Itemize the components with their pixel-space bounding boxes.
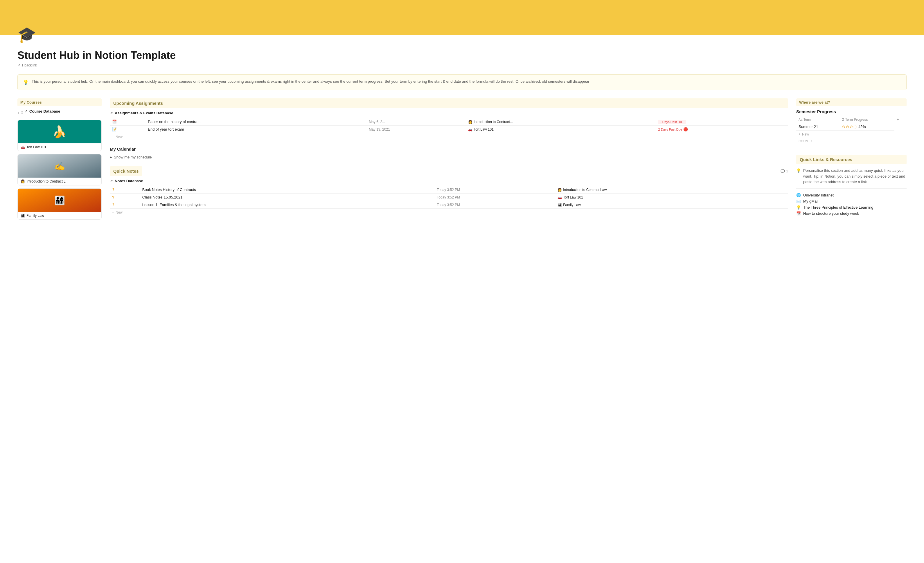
- quick-links-title: Quick Links & Resources: [796, 155, 907, 164]
- add-icon[interactable]: +: [17, 111, 20, 115]
- course-db-link[interactable]: ↗ Course Database: [24, 109, 60, 114]
- calendar-toggle[interactable]: ▶ Show me my schedule: [110, 154, 788, 160]
- divider-2: [796, 188, 907, 189]
- calendar-section: My Calendar ▶ Show me my schedule: [110, 147, 788, 160]
- table-row[interactable]: 📝 End of year tort exam May 13, 2021 🚗 T…: [110, 126, 788, 133]
- globe-icon: 🌐: [796, 193, 801, 197]
- term-value: Summer 21: [796, 123, 840, 130]
- calendar-title: My Calendar: [110, 147, 788, 151]
- contract-card-image: ✍️: [18, 154, 101, 178]
- assignment-status-1: 9 Days Past Du...: [658, 120, 686, 124]
- ql-item-4[interactable]: 📅 How to structure your study week: [796, 210, 907, 217]
- note-course-2: 🚗 Tort Law 101: [558, 195, 786, 199]
- comment-badge: 💬 1: [780, 169, 788, 173]
- page-icon: 🎓: [17, 26, 36, 43]
- note-time-1: Today 3:52 PM: [434, 186, 555, 193]
- tort-emoji: 🚗: [21, 145, 25, 149]
- table-row[interactable]: ? Class Notes 15.05.2021 Today 3:52 PM 🚗…: [110, 193, 788, 201]
- semester-progress-section: Semester Progress Aa Term Σ Term Progres…: [796, 109, 907, 144]
- backlink-icon: ↗: [17, 63, 20, 67]
- assignment-date-2: May 13, 2021: [366, 126, 466, 133]
- assignment-icon-2: 📝: [112, 127, 117, 132]
- page-title: Student Hub in Notion Template: [17, 49, 907, 61]
- assignment-name-1: Paper on the history of contra...: [146, 118, 366, 126]
- info-box: 💡 This is your personal student hub. On …: [17, 74, 907, 90]
- col-term-header: Aa Term: [796, 116, 840, 123]
- assignments-db-link[interactable]: ↗ Assignments & Exams Database: [110, 111, 788, 115]
- note-course-1: 👩 Introduction to Contract Law: [558, 188, 786, 192]
- note-type-1: ?: [112, 187, 114, 192]
- add-assignment-button[interactable]: + New: [110, 133, 788, 141]
- comment-icon: 💬: [780, 169, 785, 173]
- backlink[interactable]: ↗ 1 backlink: [17, 63, 907, 67]
- mail-icon: ✉️: [796, 199, 801, 204]
- semester-progress-title: Semester Progress: [796, 109, 907, 114]
- arrow-up-right-icon: ↗: [24, 109, 28, 114]
- tort-card-label: 🚗 Tort Law 101: [18, 143, 101, 151]
- arrow-icon: ↗: [110, 111, 113, 115]
- my-courses-panel: My Courses + ⠿ ↗ Course Database 🍌 🚗 Tor…: [17, 98, 102, 223]
- page-content: Student Hub in Notion Template ↗ 1 backl…: [0, 35, 924, 234]
- ql-item-2[interactable]: ✉️ My gMail: [796, 198, 907, 204]
- main-grid: My Courses + ⠿ ↗ Course Database 🍌 🚗 Tor…: [17, 98, 907, 223]
- table-row[interactable]: ? Book Notes History of Contracts Today …: [110, 186, 788, 193]
- quick-links-section: Quick Links & Resources 💡 Personalise th…: [796, 155, 907, 217]
- plus-icon-sem: +: [798, 132, 801, 136]
- drag-icon[interactable]: ⠿: [21, 111, 23, 115]
- family-card-label: 👨‍👩‍👧‍👦 Family Law: [18, 212, 101, 219]
- note-type-2: ?: [112, 195, 114, 199]
- count-row: COUNT 1: [796, 138, 907, 144]
- assignments-table: 📅 Paper on the history of contra... May …: [110, 118, 788, 133]
- notes-db-link[interactable]: ↗ Notes Database: [110, 179, 788, 183]
- center-panel: Upcoming Assignments ↗ Assignments & Exa…: [110, 98, 788, 216]
- note-time-2: Today 3:52 PM: [434, 193, 555, 201]
- quick-links-info: 💡 Personalise this section and add as ma…: [796, 168, 907, 185]
- note-type-3: ?: [112, 202, 114, 207]
- course-card-tort[interactable]: 🍌 🚗 Tort Law 101: [17, 120, 102, 151]
- notes-table: ? Book Notes History of Contracts Today …: [110, 186, 788, 209]
- plus-icon: +: [112, 135, 114, 139]
- plus-icon-notes: +: [112, 210, 114, 214]
- col-progress-header: Σ Term Progress: [840, 116, 894, 123]
- progress-value: ⊙⊙⊙◌ 42%: [840, 123, 894, 130]
- quick-notes-section: Quick Notes 💬 1 ↗ Notes Database ?: [110, 166, 788, 216]
- my-courses-title: My Courses: [17, 98, 102, 106]
- header-banner: 🎓: [0, 0, 924, 35]
- quick-notes-title: Quick Notes: [110, 166, 142, 176]
- course-db-controls: + ⠿ ↗ Course Database: [17, 109, 102, 117]
- progress-table: Aa Term Σ Term Progress + Summe: [796, 116, 907, 130]
- note-name-3: Lesson 1: Families & the legal system: [140, 201, 435, 209]
- assignment-name-2: End of year tort exam: [146, 126, 366, 133]
- assignment-course-1: 👩 Introduction to Contract...: [468, 120, 653, 124]
- tort-card-image: 🍌: [18, 120, 101, 143]
- contract-emoji: 👩: [21, 179, 25, 183]
- family-card-image: 👨‍👩‍👧‍👦: [18, 189, 101, 212]
- ql-item-3[interactable]: 💡 The Three Principles of Effective Lear…: [796, 204, 907, 210]
- bulb-icon: 💡: [796, 168, 801, 185]
- note-name-2: Class Notes 15.05.2021: [140, 193, 435, 201]
- bulb-icon-2: 💡: [796, 205, 801, 210]
- note-course-3: 👨‍👩‍👧‍👦 Family Law: [558, 203, 786, 207]
- triangle-icon: ▶: [110, 156, 112, 159]
- table-row[interactable]: 📅 Paper on the history of contra... May …: [110, 118, 788, 126]
- where-are-we-title: Where are we at?: [796, 98, 907, 106]
- course-card-family[interactable]: 👨‍👩‍👧‍👦 👨‍👩‍👧‍👦 Family Law: [17, 188, 102, 220]
- note-name-1: Book Notes History of Contracts: [140, 186, 435, 193]
- add-column-button[interactable]: +: [894, 116, 907, 123]
- course-card-contract[interactable]: ✍️ 👩 Introduction to Contract L...: [17, 154, 102, 186]
- assignment-icon-1: 📅: [112, 120, 117, 124]
- upcoming-assignments-header: Upcoming Assignments: [110, 98, 788, 108]
- info-bulb-icon: 💡: [23, 79, 29, 86]
- assignment-status-2: 2 Days Past Due: [658, 128, 682, 131]
- assignment-date-1: May 6, 2...: [366, 118, 466, 126]
- table-row[interactable]: Summer 21 ⊙⊙⊙◌ 42%: [796, 123, 907, 130]
- contract-card-label: 👩 Introduction to Contract L...: [18, 178, 101, 185]
- right-panel: Where are we at? Semester Progress Aa Te…: [796, 98, 907, 217]
- table-row[interactable]: ? Lesson 1: Families & the legal system …: [110, 201, 788, 209]
- add-note-button[interactable]: + New: [110, 209, 788, 216]
- ql-item-1[interactable]: 🌐 University Intranet: [796, 192, 907, 198]
- quick-notes-header: Quick Notes 💬 1: [110, 166, 788, 176]
- add-semester-button[interactable]: + New: [796, 130, 907, 138]
- arrow-icon-notes: ↗: [110, 179, 113, 183]
- note-time-3: Today 3:52 PM: [434, 201, 555, 209]
